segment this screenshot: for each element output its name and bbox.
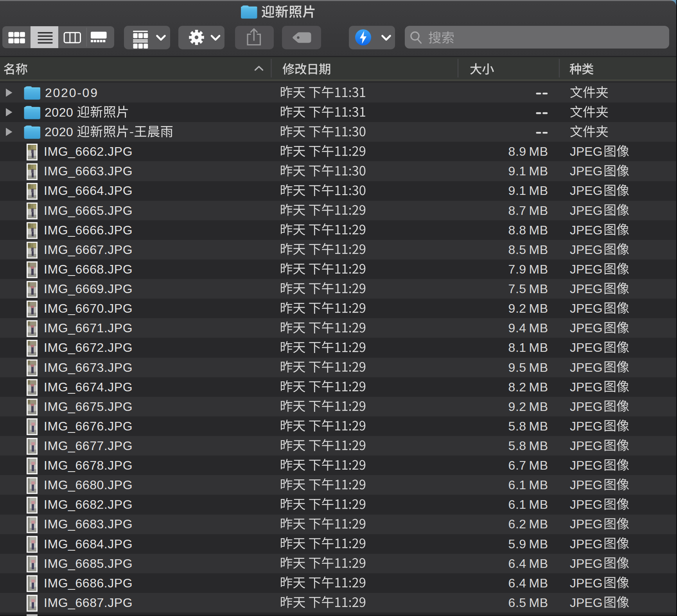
svg-text:JPEG: JPEG: [570, 478, 603, 492]
svg-text:JPEG: JPEG: [570, 439, 603, 453]
svg-text:JPEG: JPEG: [570, 321, 603, 335]
svg-text:IMG_6685.JPG: IMG_6685.JPG: [44, 557, 133, 571]
svg-text:JPEG: JPEG: [570, 517, 603, 531]
svg-text:IMG_6662.JPG: IMG_6662.JPG: [44, 144, 133, 159]
svg-text:IMG_6675.JPG: IMG_6675.JPG: [44, 400, 133, 414]
svg-text:2020: 2020: [45, 125, 73, 139]
svg-text:IMG_6669.JPG: IMG_6669.JPG: [44, 282, 133, 296]
svg-text:JPEG: JPEG: [570, 301, 603, 315]
svg-text:JPEG: JPEG: [570, 537, 603, 551]
svg-text:JPEG: JPEG: [570, 576, 603, 590]
svg-text:7.5 MB: 7.5 MB: [508, 282, 548, 296]
svg-text:JPEG: JPEG: [570, 419, 603, 433]
svg-text:6.1 MB: 6.1 MB: [508, 478, 548, 492]
svg-text:8.8 MB: 8.8 MB: [508, 223, 548, 237]
svg-text:JPEG: JPEG: [570, 262, 603, 276]
svg-text:8.9 MB: 8.9 MB: [508, 144, 548, 159]
svg-text:8.5 MB: 8.5 MB: [508, 243, 548, 257]
svg-text:JPEG: JPEG: [570, 596, 603, 610]
svg-text:8.2 MB: 8.2 MB: [508, 380, 548, 394]
svg-text:IMG_6667.JPG: IMG_6667.JPG: [44, 243, 133, 257]
svg-text:5.9 MB: 5.9 MB: [508, 537, 548, 551]
svg-text:IMG_6673.JPG: IMG_6673.JPG: [44, 360, 133, 375]
svg-text:5.8 MB: 5.8 MB: [508, 439, 548, 453]
svg-text:6.7 MB: 6.7 MB: [508, 458, 548, 472]
svg-text:IMG_6666.JPG: IMG_6666.JPG: [44, 223, 133, 237]
svg-text:IMG_6663.JPG: IMG_6663.JPG: [44, 164, 133, 178]
svg-text:IMG_6664.JPG: IMG_6664.JPG: [44, 184, 133, 198]
svg-text:JPEG: JPEG: [570, 243, 603, 257]
svg-text:9.4 MB: 9.4 MB: [508, 321, 548, 335]
svg-text:6.2 MB: 6.2 MB: [508, 517, 548, 531]
svg-text:8.7 MB: 8.7 MB: [508, 204, 548, 218]
svg-text:9.5 MB: 9.5 MB: [508, 360, 548, 375]
svg-text:IMG_6687.JPG: IMG_6687.JPG: [44, 596, 133, 610]
svg-text:IMG_6682.JPG: IMG_6682.JPG: [44, 497, 133, 512]
svg-text:IMG_6665.JPG: IMG_6665.JPG: [44, 204, 133, 218]
svg-text:9.2 MB: 9.2 MB: [508, 400, 548, 414]
svg-text:JPEG: JPEG: [570, 223, 603, 237]
svg-text:9.1 MB: 9.1 MB: [508, 164, 548, 178]
svg-text:IMG_6677.JPG: IMG_6677.JPG: [44, 439, 133, 453]
svg-text:JPEG: JPEG: [570, 340, 603, 355]
svg-text:6.1 MB: 6.1 MB: [508, 497, 548, 512]
svg-text:IMG_6668.JPG: IMG_6668.JPG: [44, 262, 133, 276]
svg-text:IMG_6670.JPG: IMG_6670.JPG: [44, 301, 133, 315]
svg-text:JPEG: JPEG: [570, 380, 603, 394]
svg-text:5.8 MB: 5.8 MB: [508, 419, 548, 433]
svg-text:IMG_6680.JPG: IMG_6680.JPG: [44, 478, 133, 492]
svg-text:8.1 MB: 8.1 MB: [508, 340, 548, 355]
svg-text:JPEG: JPEG: [570, 282, 603, 296]
svg-text:IMG_6674.JPG: IMG_6674.JPG: [44, 380, 133, 394]
svg-text:2020: 2020: [45, 105, 73, 119]
svg-text:JPEG: JPEG: [570, 184, 603, 198]
svg-text:IMG_6683.JPG: IMG_6683.JPG: [44, 517, 133, 531]
svg-text:6.5 MB: 6.5 MB: [508, 596, 548, 610]
svg-text:JPEG: JPEG: [570, 497, 603, 512]
svg-text:9.2 MB: 9.2 MB: [508, 301, 548, 315]
svg-text:JPEG: JPEG: [570, 204, 603, 218]
svg-text:JPEG: JPEG: [570, 557, 603, 571]
svg-text:JPEG: JPEG: [570, 144, 603, 159]
svg-text:6.4 MB: 6.4 MB: [508, 576, 548, 590]
svg-text:IMG_6676.JPG: IMG_6676.JPG: [44, 419, 133, 433]
svg-text:IMG_6678.JPG: IMG_6678.JPG: [44, 458, 133, 472]
svg-text:JPEG: JPEG: [570, 164, 603, 178]
svg-text:JPEG: JPEG: [570, 400, 603, 414]
svg-text:JPEG: JPEG: [570, 360, 603, 375]
svg-text:2020-09: 2020-09: [45, 86, 99, 100]
svg-text:IMG_6672.JPG: IMG_6672.JPG: [44, 340, 133, 355]
svg-text:IMG_6671.JPG: IMG_6671.JPG: [44, 321, 133, 335]
svg-text:9.1 MB: 9.1 MB: [508, 184, 548, 198]
svg-text:IMG_6684.JPG: IMG_6684.JPG: [44, 537, 133, 551]
svg-text:7.9 MB: 7.9 MB: [508, 262, 548, 276]
svg-text:6.4 MB: 6.4 MB: [508, 557, 548, 571]
svg-text:IMG_6686.JPG: IMG_6686.JPG: [44, 576, 133, 590]
svg-text:JPEG: JPEG: [570, 458, 603, 472]
